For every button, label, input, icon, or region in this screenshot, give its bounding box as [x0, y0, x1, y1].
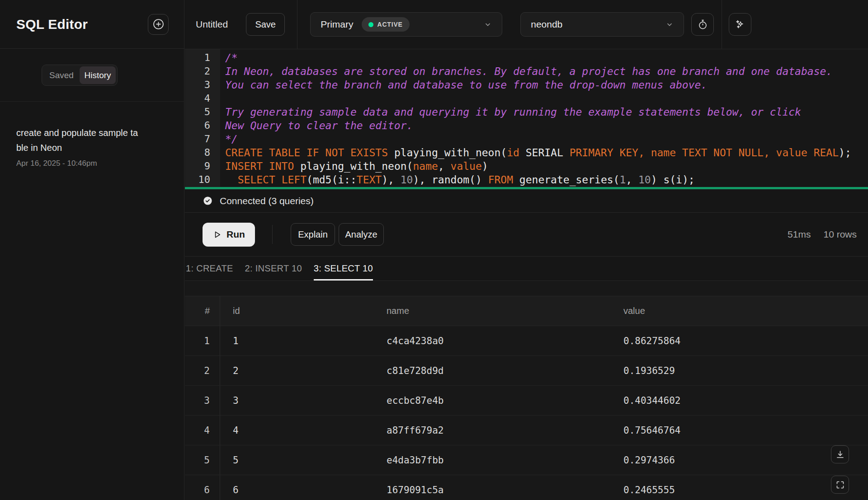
- line-number: 6: [185, 119, 210, 132]
- column-header-id: id: [220, 306, 374, 316]
- explain-button[interactable]: Explain: [291, 223, 335, 246]
- cell-index: 1: [185, 326, 220, 355]
- column-header-value: value: [611, 306, 868, 316]
- cell-value: 0.86275864: [611, 336, 868, 346]
- code-text: Try generating sample data and querying …: [210, 105, 801, 119]
- connection-status-text: Connected (3 queries): [220, 196, 314, 206]
- code-text: You can select the branch and database t…: [210, 78, 707, 92]
- code-text: */: [210, 132, 238, 146]
- cell-value: 0.40344602: [611, 395, 868, 406]
- sidebar: SQL Editor SavedHistory create and popul…: [0, 0, 184, 500]
- cell-value: 0.2465555: [611, 485, 868, 495]
- code-line: 3You can select the branch and database …: [185, 78, 868, 92]
- cell-name: eccbc87e4b: [374, 395, 611, 406]
- connection-status-row: Connected (3 queries): [185, 189, 868, 213]
- sidebar-tabs: SavedHistory: [42, 65, 118, 86]
- code-text: SELECT LEFT(md5(i::TEXT), 10), random() …: [210, 173, 695, 187]
- cell-id: 2: [220, 365, 374, 376]
- play-icon: [212, 230, 222, 239]
- line-number: 1: [185, 51, 210, 65]
- cell-name: c81e728d9d: [374, 365, 611, 376]
- code-text: [210, 92, 225, 105]
- expand-results-button[interactable]: [831, 476, 849, 494]
- branch-select[interactable]: Primary ACTIVE: [310, 12, 502, 37]
- cell-index: 3: [185, 386, 220, 415]
- result-tab-3[interactable]: 3: SELECT 10: [314, 257, 373, 280]
- new-query-button[interactable]: [148, 14, 169, 35]
- ai-assist-button[interactable]: [729, 13, 751, 36]
- sql-editor-app: SQL Editor SavedHistory create and popul…: [0, 0, 868, 500]
- plus-circle-icon: [152, 18, 165, 30]
- status-badge-label: ACTIVE: [377, 21, 403, 28]
- code-line: 10 SELECT LEFT(md5(i::TEXT), 10), random…: [185, 173, 868, 187]
- line-number: 4: [185, 92, 210, 105]
- code-line: 7*/: [185, 132, 868, 146]
- cell-name: c4ca4238a0: [374, 336, 611, 346]
- code-line: 5Try generating sample data and querying…: [185, 105, 868, 119]
- result-tab-1[interactable]: 1: CREATE: [186, 257, 233, 280]
- query-duration: 51ms: [788, 229, 811, 240]
- page-title: SQL Editor: [16, 17, 88, 32]
- column-header-name: name: [374, 306, 611, 316]
- download-icon: [835, 450, 845, 459]
- fullscreen-icon: [835, 480, 845, 490]
- check-circle-icon: [203, 196, 213, 206]
- result-tab-2[interactable]: 2: INSERT 10: [245, 257, 302, 280]
- code-line: 8CREATE TABLE IF NOT EXISTS playing_with…: [185, 146, 868, 159]
- table-row[interactable]: 44a87ff679a20.75646764: [185, 416, 868, 445]
- download-results-button[interactable]: [831, 445, 849, 463]
- sidebar-tab-saved[interactable]: Saved: [43, 66, 80, 84]
- results-table: # id name value 11c4ca4238a00.8627586422…: [185, 296, 868, 500]
- save-button[interactable]: Save: [246, 13, 285, 36]
- table-row[interactable]: 55e4da3b7fbb0.2974366: [185, 445, 868, 475]
- query-row-count: 10 rows: [823, 229, 857, 240]
- chevron-down-icon: [484, 20, 492, 28]
- analyze-button[interactable]: Analyze: [339, 223, 384, 246]
- sidebar-tab-history[interactable]: History: [80, 66, 116, 84]
- topbar: Untitled Save Primary ACTIVE neondb: [185, 0, 868, 49]
- table-row[interactable]: 22c81e728d9d0.1936529: [185, 356, 868, 386]
- line-number: 9: [185, 159, 210, 173]
- run-button-label: Run: [226, 229, 245, 240]
- code-text: INSERT INTO playing_with_neon(name, valu…: [210, 159, 488, 173]
- cell-index: 6: [185, 475, 220, 500]
- table-row[interactable]: 661679091c5a0.2465555: [185, 475, 868, 500]
- actions-divider: [272, 225, 273, 244]
- topbar-divider: [722, 0, 722, 49]
- cell-id: 6: [220, 485, 374, 495]
- line-number: 5: [185, 105, 210, 119]
- query-metrics: 51ms 10 rows: [788, 229, 868, 240]
- cell-value: 0.2974366: [611, 455, 868, 466]
- sparkles-icon: [734, 19, 746, 30]
- cell-id: 1: [220, 336, 374, 346]
- status-dot: [368, 22, 373, 27]
- cell-index: 2: [185, 356, 220, 385]
- cell-index: 5: [185, 445, 220, 475]
- code-line: 9INSERT INTO playing_with_neon(name, val…: [185, 159, 868, 173]
- history-list-item[interactable]: create and populate sample ta ble in Neo…: [0, 102, 184, 168]
- code-lines: 1/*2In Neon, databases are stored on bra…: [185, 51, 868, 187]
- run-progress-bar: [185, 187, 868, 189]
- table-row[interactable]: 11c4ca4238a00.86275864: [185, 326, 868, 356]
- cell-name: a87ff679a2: [374, 425, 611, 436]
- code-line: 1/*: [185, 51, 868, 65]
- line-number: 7: [185, 132, 210, 146]
- cell-index: 4: [185, 416, 220, 445]
- cell-id: 3: [220, 395, 374, 406]
- run-button[interactable]: Run: [203, 223, 255, 247]
- cell-id: 5: [220, 455, 374, 466]
- branch-status-badge: ACTIVE: [362, 17, 410, 32]
- sidebar-header: SQL Editor: [0, 0, 184, 49]
- table-header: # id name value: [185, 296, 868, 326]
- table-row[interactable]: 33eccbc87e4b0.40344602: [185, 386, 868, 416]
- code-line: 6New Query to clear the editor.: [185, 119, 868, 132]
- stopwatch-icon: [697, 19, 708, 30]
- query-history-button[interactable]: [691, 13, 714, 36]
- cell-value: 0.1936529: [611, 365, 868, 376]
- sql-editor[interactable]: 1/*2In Neon, databases are stored on bra…: [185, 49, 868, 189]
- cell-name: 1679091c5a: [374, 485, 611, 495]
- column-header-index: #: [185, 296, 220, 326]
- database-select[interactable]: neondb: [520, 12, 684, 37]
- query-name: Untitled: [196, 19, 228, 30]
- results-panel: # id name value 11c4ca4238a00.8627586422…: [185, 281, 868, 500]
